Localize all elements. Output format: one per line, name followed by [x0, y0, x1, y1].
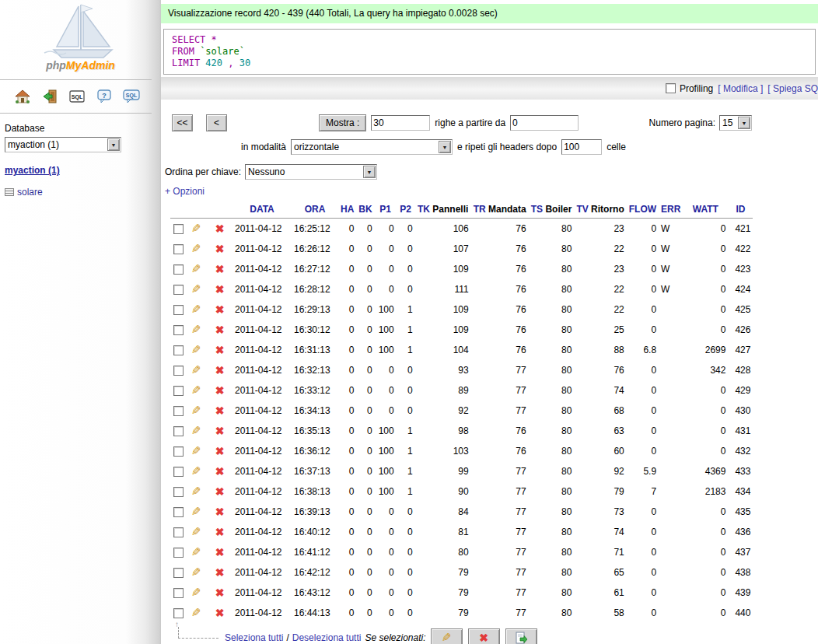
edit-row-icon[interactable]: ✎	[191, 525, 201, 539]
row-checkbox[interactable]	[173, 366, 184, 376]
row-checkbox[interactable]	[173, 305, 184, 315]
rows-start-input[interactable]	[510, 115, 579, 131]
edit-row-icon[interactable]: ✎	[191, 424, 201, 438]
mode-select[interactable]: orizzontale ▼	[291, 139, 453, 155]
delete-row-icon[interactable]: ✖	[215, 586, 225, 599]
column-header-ha[interactable]: HA	[338, 201, 356, 219]
edit-row-icon[interactable]: ✎	[191, 383, 201, 397]
edit-row-icon[interactable]: ✎	[191, 565, 201, 579]
delete-row-icon[interactable]: ✖	[215, 364, 225, 376]
logout-icon[interactable]	[41, 88, 58, 105]
column-header-p1[interactable]: P1	[375, 201, 397, 219]
delete-selected-button[interactable]: ✖	[468, 628, 500, 644]
edit-row-icon[interactable]: ✎	[191, 222, 201, 236]
column-header-flow[interactable]: FLOW	[627, 201, 659, 219]
database-select[interactable]: myaction (1) ▼	[5, 137, 121, 152]
table-link[interactable]: solare	[17, 187, 43, 198]
column-header-tv[interactable]: TV Ritorno	[574, 201, 626, 219]
edit-row-icon[interactable]: ✎	[191, 606, 201, 620]
edit-row-icon[interactable]: ✎	[191, 242, 201, 256]
column-header-p2[interactable]: P2	[397, 201, 415, 219]
row-checkbox[interactable]	[173, 264, 184, 275]
row-checkbox[interactable]	[173, 588, 184, 598]
delete-row-icon[interactable]: ✖	[215, 465, 225, 478]
sort-key-select[interactable]: Nessuno ▼	[245, 164, 377, 180]
delete-row-icon[interactable]: ✖	[215, 344, 225, 356]
delete-row-icon[interactable]: ✖	[215, 243, 225, 255]
edit-selected-button[interactable]: ✎	[431, 628, 463, 644]
row-checkbox[interactable]	[173, 406, 184, 416]
edit-row-icon[interactable]: ✎	[191, 282, 201, 296]
row-checkbox[interactable]	[173, 426, 184, 436]
spiega-sql-link[interactable]: [ Spiega SQ	[767, 83, 818, 94]
column-header-tr[interactable]: TR Mandata	[471, 201, 529, 219]
column-header-tk[interactable]: TK Pannelli	[415, 201, 471, 219]
row-checkbox[interactable]	[173, 285, 184, 295]
row-checkbox[interactable]	[173, 345, 184, 355]
page-number-select[interactable]: 15 ▼	[719, 115, 752, 131]
column-header-ora[interactable]: ORA	[292, 201, 338, 219]
edit-row-icon[interactable]: ✎	[191, 363, 201, 377]
delete-row-icon[interactable]: ✖	[215, 607, 225, 619]
column-header-ts[interactable]: TS Boiler	[529, 201, 575, 219]
edit-row-icon[interactable]: ✎	[191, 303, 201, 317]
row-checkbox[interactable]	[173, 507, 184, 517]
prev-page-button[interactable]: <	[206, 114, 227, 131]
profiling-checkbox[interactable]	[666, 83, 676, 93]
delete-row-icon[interactable]: ✖	[215, 445, 225, 457]
row-checkbox[interactable]	[173, 608, 184, 618]
delete-row-icon[interactable]: ✖	[215, 324, 225, 336]
edit-row-icon[interactable]: ✎	[191, 505, 201, 519]
delete-row-icon[interactable]: ✖	[215, 283, 225, 296]
row-checkbox[interactable]	[173, 527, 184, 537]
delete-row-icon[interactable]: ✖	[215, 384, 225, 397]
column-header-id[interactable]: ID	[728, 201, 753, 219]
row-checkbox[interactable]	[173, 568, 184, 578]
row-checkbox[interactable]	[173, 446, 184, 457]
sidebar-table-item-solare[interactable]: solare	[5, 187, 161, 198]
edit-row-icon[interactable]: ✎	[191, 464, 201, 478]
delete-row-icon[interactable]: ✖	[215, 566, 225, 579]
edit-row-icon[interactable]: ✎	[191, 485, 201, 499]
edit-row-icon[interactable]: ✎	[191, 444, 201, 458]
delete-row-icon[interactable]: ✖	[215, 404, 225, 417]
select-all-link[interactable]: Seleziona tutti	[225, 632, 283, 643]
sql-window-icon[interactable]: SQL	[68, 88, 86, 105]
edit-row-icon[interactable]: ✎	[191, 323, 201, 337]
database-link[interactable]: myaction (1)	[5, 165, 60, 176]
options-toggle-link[interactable]: + Opzioni	[165, 186, 204, 197]
row-checkbox[interactable]	[173, 386, 184, 396]
delete-row-icon[interactable]: ✖	[215, 222, 225, 235]
edit-row-icon[interactable]: ✎	[191, 586, 201, 600]
edit-row-icon[interactable]: ✎	[191, 343, 201, 357]
column-header-watt[interactable]: WATT	[683, 201, 728, 219]
delete-row-icon[interactable]: ✖	[215, 303, 225, 316]
row-checkbox[interactable]	[173, 487, 184, 497]
help-icon[interactable]: ?	[96, 88, 113, 105]
row-checkbox[interactable]	[173, 467, 184, 477]
modifica-link[interactable]: [ Modifica ]	[718, 83, 763, 94]
delete-row-icon[interactable]: ✖	[215, 526, 225, 538]
column-header-bk[interactable]: BK	[356, 201, 374, 219]
show-button[interactable]: Mostra :	[319, 114, 366, 131]
column-header-err[interactable]: ERR	[659, 201, 683, 219]
edit-row-icon[interactable]: ✎	[191, 545, 201, 559]
delete-row-icon[interactable]: ✖	[215, 546, 225, 558]
phpmyadmin-logo[interactable]: phpMyAdmin	[0, 0, 161, 76]
edit-row-icon[interactable]: ✎	[191, 404, 201, 418]
export-selected-button[interactable]	[505, 628, 537, 644]
delete-row-icon[interactable]: ✖	[215, 425, 225, 437]
sql-query-icon[interactable]: SQL	[123, 88, 140, 105]
row-checkbox[interactable]	[173, 244, 184, 254]
delete-row-icon[interactable]: ✖	[215, 506, 225, 518]
rows-count-input[interactable]	[371, 115, 430, 131]
delete-row-icon[interactable]: ✖	[215, 263, 225, 275]
home-icon[interactable]	[14, 88, 31, 105]
edit-row-icon[interactable]: ✎	[191, 262, 201, 276]
first-page-button[interactable]: <<	[172, 114, 193, 131]
row-checkbox[interactable]	[173, 548, 184, 558]
delete-row-icon[interactable]: ✖	[215, 485, 225, 498]
deselect-all-link[interactable]: Deseleziona tutti	[292, 632, 362, 643]
row-checkbox[interactable]	[173, 224, 184, 234]
column-header-data[interactable]: DATA	[232, 201, 292, 219]
